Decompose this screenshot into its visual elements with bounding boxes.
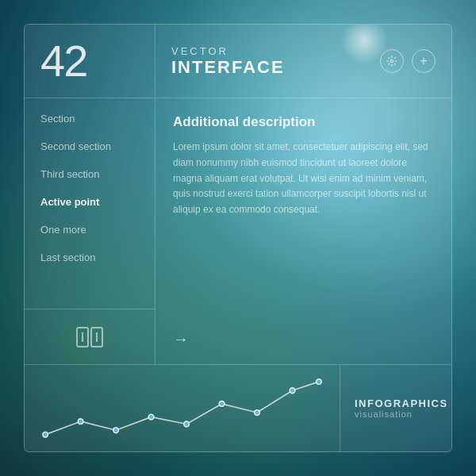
sidebar-footer xyxy=(25,309,155,364)
svg-point-11 xyxy=(255,410,260,416)
svg-point-8 xyxy=(148,414,154,420)
nav-item-active[interactable]: Active point xyxy=(25,188,155,216)
svg-point-12 xyxy=(290,388,295,393)
nav-item-third[interactable]: Third section xyxy=(25,160,155,188)
header-number: 42 xyxy=(25,25,155,98)
svg-point-7 xyxy=(113,428,119,433)
settings-icon[interactable] xyxy=(380,49,404,73)
header-title-area: VECTOR INTERFACE + xyxy=(155,31,451,92)
nav-item-section[interactable]: Section xyxy=(25,105,155,132)
header-main-title: INTERFACE xyxy=(171,57,285,78)
nav-item-last[interactable]: Last section xyxy=(25,244,155,271)
svg-point-6 xyxy=(78,419,83,424)
infographics-panel: INFOGRAPHICS visualisation xyxy=(340,365,451,451)
svg-point-5 xyxy=(43,432,48,438)
line-chart xyxy=(36,373,328,443)
svg-point-0 xyxy=(390,60,393,63)
svg-point-9 xyxy=(184,421,190,427)
main-card: 42 VECTOR INTERFACE + Section xyxy=(24,24,452,452)
infographics-sublabel: visualisation xyxy=(355,409,437,419)
content-arrow[interactable]: → xyxy=(173,330,434,348)
infographics-label: INFOGRAPHICS xyxy=(355,397,437,409)
sidebar: Section Second section Third section Act… xyxy=(25,98,155,364)
content-heading: Additional description xyxy=(173,114,434,130)
header-icons: + xyxy=(380,49,436,73)
header-title: VECTOR INTERFACE xyxy=(171,45,285,78)
sidebar-footer-icon xyxy=(75,326,104,348)
header: 42 VECTOR INTERFACE + xyxy=(25,25,451,98)
chart-area xyxy=(25,365,340,451)
header-subtitle: VECTOR xyxy=(171,45,285,57)
bottom-row: INFOGRAPHICS visualisation xyxy=(25,364,451,451)
content-area: Additional description Lorem ipsum dolor… xyxy=(155,98,451,364)
nav-item-one-more[interactable]: One more xyxy=(25,216,155,244)
content-body: Lorem ipsum dolor sit amet, consectetuer… xyxy=(173,140,434,317)
add-icon[interactable]: + xyxy=(412,49,436,73)
nav-list: Section Second section Third section Act… xyxy=(25,98,155,309)
svg-point-13 xyxy=(317,379,322,385)
plus-symbol: + xyxy=(420,55,427,67)
nav-item-second[interactable]: Second section xyxy=(25,132,155,160)
svg-point-10 xyxy=(219,401,225,407)
